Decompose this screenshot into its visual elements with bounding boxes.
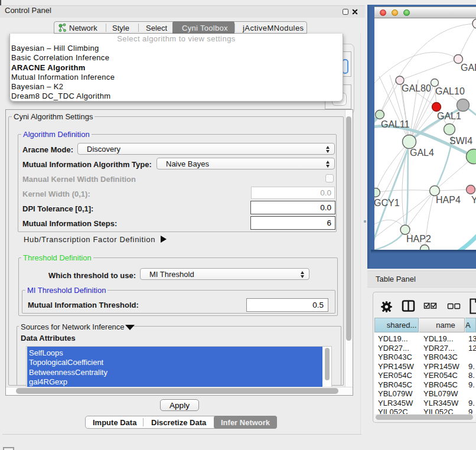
svg-text:GAL2: GAL2 (461, 63, 476, 73)
svg-text:GAL1: GAL1 (437, 111, 461, 121)
svg-text:HAP4: HAP4 (436, 195, 461, 205)
svg-text:GAL80: GAL80 (402, 83, 431, 93)
svg-text:GAL11: GAL11 (381, 119, 410, 129)
svg-text:GAL4: GAL4 (410, 148, 434, 158)
svg-text:GCY1: GCY1 (374, 198, 400, 208)
svg-text:GAL10: GAL10 (435, 86, 465, 96)
svg-text:Y: Y (471, 195, 476, 205)
svg-text:SWI4: SWI4 (449, 136, 472, 146)
svg-text:HAP2: HAP2 (406, 234, 431, 244)
